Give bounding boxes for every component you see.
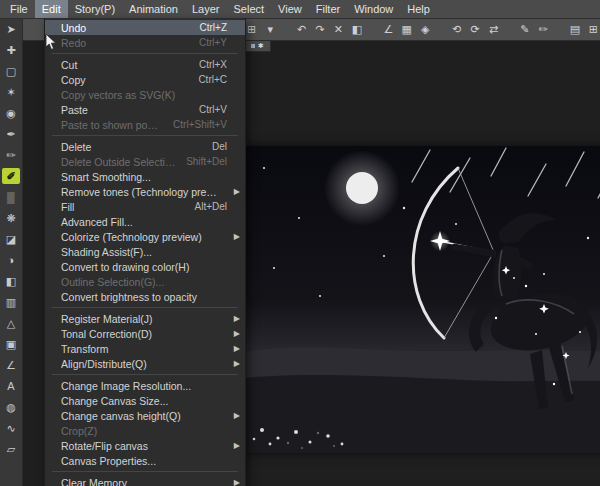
snap-grid-icon[interactable]: ▦ bbox=[400, 21, 413, 37]
menu-item-shading-assist-f[interactable]: Shading Assist(F)... ▶ bbox=[45, 244, 245, 259]
menu-item-copy[interactable]: Copy Ctrl+C ▶ bbox=[45, 72, 245, 87]
menu-item-undo[interactable]: Undo Ctrl+Z ▶ bbox=[45, 20, 245, 35]
menu-item-label: Register Material(J) bbox=[61, 313, 217, 325]
pen-settings-icon[interactable]: ✎ bbox=[518, 21, 531, 37]
ruler-tool[interactable]: ∠ bbox=[2, 357, 20, 373]
menu-item-cut[interactable]: Cut Ctrl+X ▶ bbox=[45, 57, 245, 72]
menu-item-label: Rotate/Flip canvas bbox=[61, 440, 217, 452]
menubar-item-label: File bbox=[10, 3, 28, 15]
redo-icon[interactable]: ↷ bbox=[313, 21, 326, 37]
menubar-item-label: Layer bbox=[192, 3, 220, 15]
menubar-item-view[interactable]: View bbox=[271, 0, 309, 18]
fill-icon[interactable]: ◧ bbox=[350, 21, 363, 37]
menubar-item-label: Window bbox=[354, 3, 393, 15]
decoration-tool[interactable]: ❋ bbox=[2, 210, 20, 226]
menu-item-transform[interactable]: Transform ▶ bbox=[45, 341, 245, 356]
menu-item-label: Change canvas height(Q) bbox=[61, 410, 217, 422]
delete-icon[interactable]: ✕ bbox=[332, 21, 345, 37]
blend-tool[interactable]: ◑ bbox=[2, 252, 20, 268]
menu-item-canvas-properties[interactable]: Canvas Properties... ▶ bbox=[45, 453, 245, 468]
tool-icon: ▣ bbox=[6, 336, 16, 352]
menu-item-clear-memory[interactable]: Clear Memory ▶ bbox=[45, 475, 245, 486]
menu-item-fill[interactable]: Fill Alt+Del ▶ bbox=[45, 199, 245, 214]
move-layer-tool[interactable]: ✚ bbox=[2, 42, 20, 58]
rotate-right-icon[interactable]: ⟳ bbox=[468, 21, 481, 37]
menubar-item-label: Help bbox=[407, 3, 430, 15]
menu-item-copy-vectors-as-svg-k[interactable]: Copy vectors as SVG(K) ▶ bbox=[45, 87, 245, 102]
undo-icon[interactable]: ↶ bbox=[295, 21, 308, 37]
menu-item-paste-to-shown-position[interactable]: Paste to shown position Ctrl+Shift+V ▶ bbox=[45, 117, 245, 132]
selection-tool[interactable]: ▢ bbox=[2, 63, 20, 79]
menubar-item-filter[interactable]: Filter bbox=[309, 0, 347, 18]
menu-item-outline-selection-g[interactable]: Outline Selection(G)... ▶ bbox=[45, 274, 245, 289]
menu-item-rotate-flip-canvas[interactable]: Rotate/Flip canvas ▶ bbox=[45, 438, 245, 453]
menu-item-shortcut: Ctrl+Z bbox=[200, 22, 240, 33]
menu-item-label: Delete Outside Selection bbox=[61, 156, 176, 168]
menu-item-label: Cut bbox=[61, 59, 189, 71]
frame-border-tool[interactable]: ▣ bbox=[2, 336, 20, 352]
pen-tool[interactable]: ✒ bbox=[2, 126, 20, 142]
menu-item-convert-brightness-to-opacity[interactable]: Convert brightness to opacity ▶ bbox=[45, 289, 245, 304]
menu-item-label: Tonal Correction(D) bbox=[61, 328, 217, 340]
menu-item-change-image-resolution[interactable]: Change Image Resolution... ▶ bbox=[45, 378, 245, 393]
eyedropper-tool[interactable]: ◉ bbox=[2, 105, 20, 121]
menubar-item-window[interactable]: Window bbox=[347, 0, 400, 18]
menubar-item-layer[interactable]: Layer bbox=[185, 0, 227, 18]
correct-line-tool[interactable]: ∿ bbox=[2, 420, 20, 436]
dropdown-caret-icon[interactable]: ▾ bbox=[263, 21, 276, 37]
auto-select-tool[interactable]: ✶ bbox=[2, 84, 20, 100]
tool-icon: ▒ bbox=[7, 189, 15, 205]
menu-item-change-canvas-size[interactable]: Change Canvas Size... ▶ bbox=[45, 393, 245, 408]
tool-icon: ❋ bbox=[6, 210, 15, 226]
menu-item-crop-z[interactable]: Crop(Z) ▶ bbox=[45, 423, 245, 438]
submenu-arrow-icon: ▶ bbox=[234, 359, 240, 368]
menubar-item-story-p[interactable]: Story(P) bbox=[68, 0, 122, 18]
eraser-tool[interactable]: ◪ bbox=[2, 231, 20, 247]
menu-item-tonal-correction-d[interactable]: Tonal Correction(D) ▶ bbox=[45, 326, 245, 341]
menu-item-convert-to-drawing-color-h[interactable]: Convert to drawing color(H) ▶ bbox=[45, 259, 245, 274]
menubar-item-help[interactable]: Help bbox=[400, 0, 437, 18]
material-panel-icon[interactable]: ▤ bbox=[568, 21, 581, 37]
fill-tool[interactable]: ◧ bbox=[2, 273, 20, 289]
flip-horizontal-icon[interactable]: ⇄ bbox=[487, 21, 500, 37]
menu-item-label: Align/Distribute(Q) bbox=[61, 358, 217, 370]
snap-special-icon[interactable]: ◈ bbox=[419, 21, 432, 37]
menu-item-colorize-technology-preview[interactable]: Colorize (Technology preview) ▶ bbox=[45, 229, 245, 244]
menu-item-align-distribute-q[interactable]: Align/Distribute(Q) ▶ bbox=[45, 356, 245, 371]
text-tool[interactable]: A bbox=[2, 378, 20, 394]
menu-item-paste[interactable]: Paste Ctrl+V ▶ bbox=[45, 102, 245, 117]
menu-item-label: Copy bbox=[61, 74, 188, 86]
menu-item-change-canvas-height-q[interactable]: Change canvas height(Q) ▶ bbox=[45, 408, 245, 423]
rotate-left-icon[interactable]: ⟲ bbox=[450, 21, 463, 37]
menubar-item-animation[interactable]: Animation bbox=[122, 0, 185, 18]
light-table-tool[interactable]: ▱ bbox=[2, 441, 20, 457]
brush-tool[interactable]: ✐ bbox=[2, 168, 20, 184]
figure-tool[interactable]: △ bbox=[2, 315, 20, 331]
menu-item-advanced-fill[interactable]: Advanced Fill... ▶ bbox=[45, 214, 245, 229]
menu-item-delete-outside-selection[interactable]: Delete Outside Selection Shift+Del ▶ bbox=[45, 154, 245, 169]
correction-icon[interactable]: ✏ bbox=[537, 21, 550, 37]
airbrush-tool[interactable]: ▒ bbox=[2, 189, 20, 205]
menu-item-remove-tones-technology-preview[interactable]: Remove tones (Technology preview) ▶ bbox=[45, 184, 245, 199]
menu-item-redo[interactable]: Redo Ctrl+Y ▶ bbox=[45, 35, 245, 50]
menu-item-smart-smoothing[interactable]: Smart Smoothing... ▶ bbox=[45, 169, 245, 184]
menubar-item-select[interactable]: Select bbox=[227, 0, 272, 18]
gradient-tool[interactable]: ▥ bbox=[2, 294, 20, 310]
menubar-item-file[interactable]: File bbox=[3, 0, 35, 18]
navigator-icon[interactable]: ⊞ bbox=[245, 21, 258, 37]
tool-palette: ➤ ✚ ▢ ✶ ◉ ✒ ✏ ✐ ▒ ❋ ◪ ◑ bbox=[0, 18, 23, 486]
menu-item-label: Remove tones (Technology preview) bbox=[61, 186, 217, 198]
menubar-item-label: Animation bbox=[129, 3, 178, 15]
tool-icon: ◧ bbox=[6, 273, 16, 289]
grid-view-icon[interactable]: ⊞ bbox=[587, 21, 600, 37]
menu-item-delete[interactable]: Delete Del ▶ bbox=[45, 139, 245, 154]
operation-tool[interactable]: ➤ bbox=[2, 21, 20, 37]
menubar-item-edit[interactable]: Edit bbox=[35, 0, 68, 18]
balloon-tool[interactable]: ◍ bbox=[2, 399, 20, 415]
menu-item-label: Advanced Fill... bbox=[61, 216, 217, 228]
snap-ruler-icon[interactable]: ∠ bbox=[382, 21, 395, 37]
pencil-tool[interactable]: ✏ bbox=[2, 147, 20, 163]
menu-item-register-material-j[interactable]: Register Material(J) ▶ bbox=[45, 311, 245, 326]
canvas-tab-label: ✱ bbox=[258, 41, 264, 51]
canvas-tab[interactable]: ✱ bbox=[244, 41, 271, 52]
